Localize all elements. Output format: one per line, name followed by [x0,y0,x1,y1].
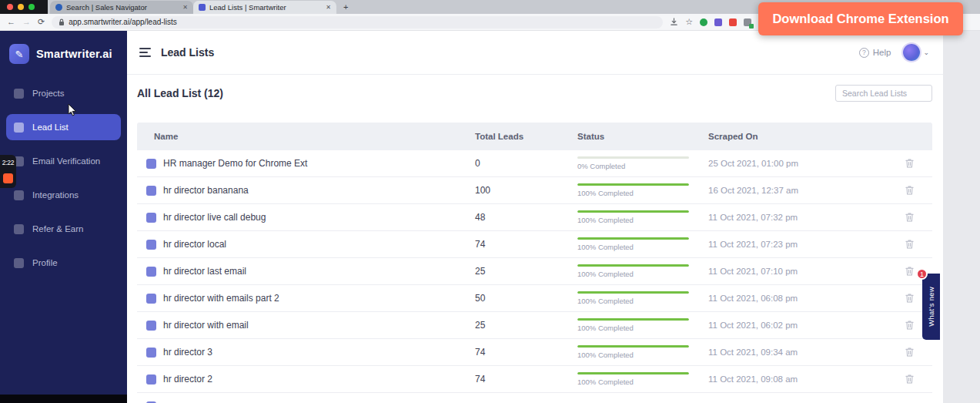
help-button[interactable]: ? Help [859,48,891,58]
table-row[interactable]: hr director live call debug 48 100% Comp… [137,204,932,231]
sidebar-item-integrations[interactable]: Integrations [6,182,121,208]
table-body: HR manager Demo for Chrome Ext 0 0% Comp… [137,150,932,393]
sidebar-item-lead-list[interactable]: Lead List [6,114,121,140]
lead-list-name[interactable]: hr director live call debug [163,212,266,223]
sidebar-item-label: Email Verification [32,156,100,166]
total-leads-value: 0 [475,158,577,169]
download-chrome-extension-button[interactable]: Download Chrome Extension [758,2,963,35]
lead-list-name[interactable]: hr director local [163,239,226,250]
status-text: 100% Completed [577,378,689,386]
sidebar-item-email-verification[interactable]: Email Verification [6,148,121,174]
whats-new-tab[interactable]: 1 What's new [922,274,940,340]
lead-list-icon [14,123,24,133]
table-row[interactable]: hr director bananana 100 100% Completed … [137,177,932,204]
sidebar: ✎ Smartwriter.ai Projects Lead List [0,31,127,403]
smartwriter-favicon [199,4,206,11]
lead-list-name[interactable]: hr director with email [163,320,249,331]
status-text: 100% Completed [577,216,689,224]
delete-icon[interactable] [905,158,915,169]
lead-lists-page: All Lead List (12) Name Total Leads Stat… [127,75,943,403]
delete-icon[interactable] [905,347,915,358]
sidebar-item-label: Projects [32,89,65,98]
lead-list-square-icon [146,294,156,304]
table-row[interactable]: hr director with email 25 100% Completed… [137,312,932,339]
sales-navigator-favicon [55,4,62,11]
status-text: 100% Completed [577,297,689,305]
status-cell: 100% Completed [577,237,708,251]
status-text: 100% Completed [577,324,689,332]
table-row[interactable]: hr director last email 25 100% Completed… [137,258,932,285]
name-cell: hr director local [137,239,475,250]
profile-icon [14,258,24,268]
name-cell: hr director with email [137,320,475,331]
sidebar-item-projects[interactable]: Projects [6,80,121,106]
lead-list-name[interactable]: hr director with emails part 2 [163,293,279,304]
bookmark-star-icon[interactable]: ☆ [685,18,693,26]
sidebar-nav: Projects Lead List Email Verification [0,76,127,288]
actions-cell [886,158,932,169]
extension-icon[interactable] [744,18,751,26]
table-row[interactable]: hr director with emails part 2 50 100% C… [137,285,932,312]
status-cell: 100% Completed [577,264,708,278]
delete-icon[interactable] [905,185,915,196]
sidebar-item-profile[interactable]: Profile [6,250,121,276]
lead-list-name[interactable]: hr director bananana [163,185,249,196]
close-window-button[interactable] [7,4,13,10]
table-row[interactable]: HR manager Demo for Chrome Ext 0 0% Comp… [137,150,932,177]
extension-icon[interactable] [714,18,722,26]
url-bar[interactable]: app.smartwriter.ai/app/lead-lists [52,16,663,29]
tab-close-icon[interactable]: ✕ [326,4,331,11]
table-row[interactable]: hr director local 74 100% Completed 11 O… [137,231,932,258]
minimize-window-button[interactable] [18,4,24,10]
progress-bar [577,264,689,267]
lead-list-name[interactable]: HR manager Demo for Chrome Ext [163,158,307,169]
avatar[interactable] [903,44,920,61]
progress-bar [577,318,689,321]
status-text: 0% Completed [577,162,689,170]
status-cell: 100% Completed [577,183,708,197]
status-cell: 0% Completed [577,156,708,170]
stop-recording-button[interactable] [3,173,13,183]
extension-icon[interactable] [700,18,707,26]
forward-icon[interactable]: → [22,18,31,26]
browser-tab-sales-navigator[interactable]: Search | Sales Navigator ✕ [50,1,193,14]
lead-list-name[interactable]: hr director 3 [163,347,212,358]
refresh-icon[interactable]: ⟳ [38,18,45,26]
scraped-on-value: 11 Oct 2021, 09:34 am [708,348,886,357]
table-row[interactable]: hr director 2 74 100% Completed 11 Oct 2… [137,366,932,393]
total-leads-value: 74 [475,347,577,358]
name-cell: hr director with emails part 2 [137,293,475,304]
delete-icon[interactable] [905,266,915,277]
delete-icon[interactable] [905,239,915,250]
scraped-on-value: 25 Oct 2021, 01:00 pm [708,159,886,168]
delete-icon[interactable] [905,293,915,304]
collapse-sidebar-icon[interactable] [139,48,151,57]
tab-title: Search | Sales Navigator [66,3,179,12]
table-row[interactable]: hr director 3 74 100% Completed 11 Oct 2… [137,339,932,366]
delete-icon[interactable] [905,320,915,331]
help-icon: ? [859,48,869,58]
new-tab-button[interactable]: + [343,0,348,14]
actions-cell [886,239,932,250]
install-download-icon[interactable] [670,18,678,26]
tab-close-icon[interactable]: ✕ [182,4,188,11]
actions-cell [886,185,932,196]
status-cell: 100% Completed [577,318,708,332]
back-icon[interactable]: ← [7,18,15,26]
whats-new-label: What's new [927,287,935,327]
logo[interactable]: ✎ Smartwriter.ai [0,31,127,76]
scraped-on-value: 11 Oct 2021, 07:10 pm [708,267,886,276]
account-menu[interactable]: ⌄ [903,44,929,61]
zoom-window-button[interactable] [28,4,35,10]
browser-tab-smartwriter[interactable]: Lead Lists | Smartwriter ✕ [193,1,336,14]
delete-icon[interactable] [905,374,915,385]
delete-icon[interactable] [905,212,915,223]
lead-list-name[interactable]: hr director 2 [163,374,212,385]
search-lead-lists-input[interactable] [835,85,932,102]
sidebar-item-refer-earn[interactable]: Refer & Earn [6,216,121,242]
whats-new-badge: 1 [916,268,928,280]
lead-list-name[interactable]: hr director last email [163,266,246,277]
actions-cell [886,212,932,223]
progress-bar [577,183,689,186]
extension-icon[interactable] [729,18,737,26]
